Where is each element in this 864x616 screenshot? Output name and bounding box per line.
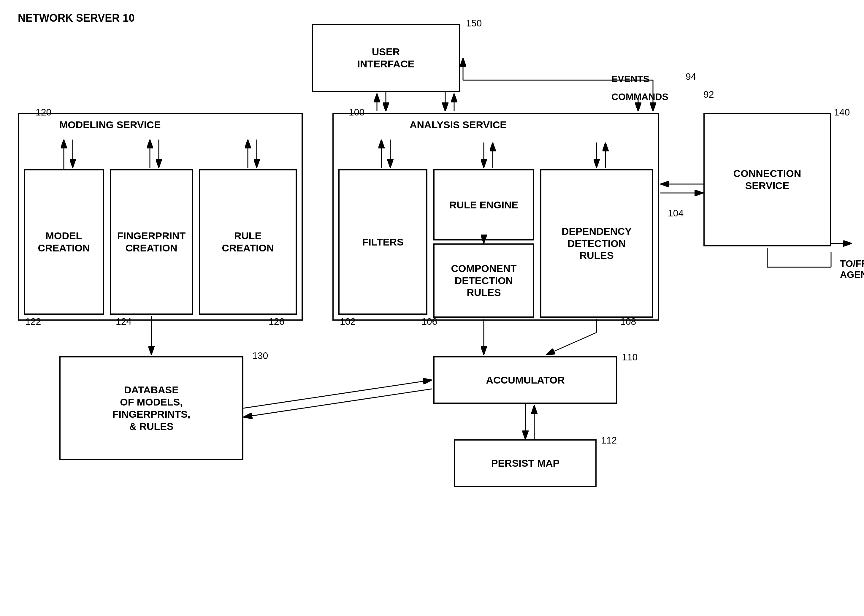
svg-line-35 [243,389,432,417]
accumulator-ref: 110 [622,352,638,363]
user-interface-ref: 150 [466,18,482,29]
rule-creation-label: RULECREATION [222,230,274,254]
dependency-detection-rules-label: DEPENDENCYDETECTIONRULES [562,225,632,262]
model-creation-label: MODELCREATION [38,230,90,254]
filters-ref: 102 [340,316,355,327]
filters-label: FILTERS [362,236,403,248]
accumulator-label: ACCUMULATOR [486,374,564,386]
svg-line-34 [243,380,432,408]
accumulator-box: ACCUMULATOR [434,356,617,404]
modeling-service-label: MODELING SERVICE [60,119,160,131]
database-ref: 130 [252,350,268,361]
fingerprint-creation-box: FINGERPRINTCREATION [110,169,193,315]
events-ref: 94 [686,71,696,82]
commands-ref: 92 [704,89,714,100]
user-interface-box: USERINTERFACE [312,24,460,92]
dependency-detection-rules-ref: 108 [621,316,636,327]
persist-map-ref: 112 [601,435,617,446]
persist-map-box: PERSIST MAP [454,439,597,487]
component-detection-rules-box: COMPONENTDETECTIONRULES [434,244,534,317]
model-creation-ref: 122 [25,316,41,327]
rule-engine-box: RULE ENGINE [434,169,534,240]
database-box: DATABASEOF MODELS,FINGERPRINTS,& RULES [60,356,243,460]
rule-engine-label: RULE ENGINE [449,199,518,211]
fingerprint-creation-label: FINGERPRINTCREATION [117,230,185,254]
to-from-agents-label: TO/FROMAGENTS [840,258,864,280]
ref-104: 104 [668,208,683,219]
connection-service-box: CONNECTIONSERVICE [704,113,831,247]
component-detection-rules-label: COMPONENTDETECTIONRULES [451,262,517,299]
database-label: DATABASEOF MODELS,FINGERPRINTS,& RULES [113,384,190,432]
svg-line-38 [546,333,597,355]
component-detection-rules-ref: 106 [421,316,437,327]
persist-map-label: PERSIST MAP [491,457,559,469]
dependency-detection-rules-box: DEPENDENCYDETECTIONRULES [540,169,653,317]
model-creation-box: MODELCREATION [24,169,104,315]
rule-creation-box: RULECREATION [199,169,297,315]
modeling-service-ref: 120 [36,107,51,118]
user-interface-label: USERINTERFACE [357,46,415,70]
analysis-service-ref: 100 [349,107,364,118]
commands-label: COMMANDS [611,91,668,102]
page-title: NETWORK SERVER 10 [18,12,134,24]
events-label: EVENTS [611,74,649,85]
rule-creation-ref: 126 [269,316,284,327]
fingerprint-creation-ref: 124 [116,316,132,327]
filters-box: FILTERS [338,169,427,315]
analysis-service-label: ANALYSIS SERVICE [410,119,507,131]
connection-service-label: CONNECTIONSERVICE [734,167,801,192]
connection-service-ref: 140 [834,107,850,118]
